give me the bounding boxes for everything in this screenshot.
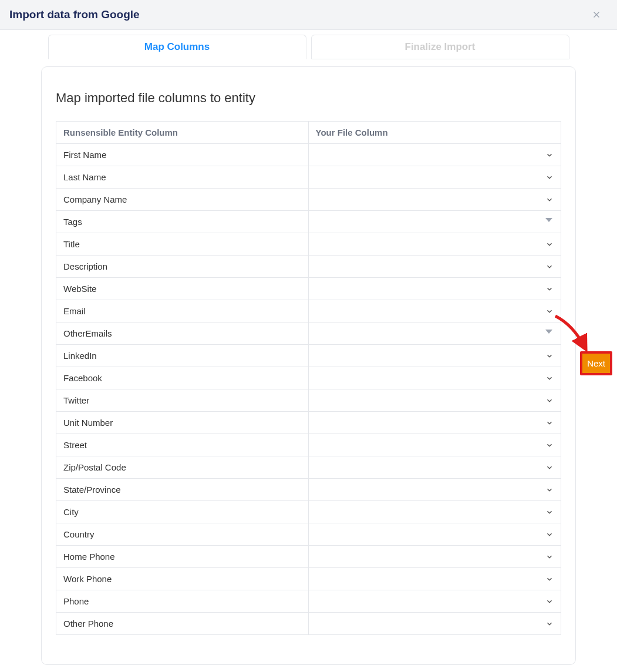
entity-column-label: Street xyxy=(56,434,309,456)
file-column-select[interactable] xyxy=(309,523,561,545)
file-column-select[interactable] xyxy=(309,546,561,567)
file-column-select[interactable] xyxy=(309,300,561,322)
file-column-select[interactable] xyxy=(309,412,561,434)
table-row: Phone xyxy=(56,590,561,612)
next-button[interactable]: Next xyxy=(580,351,612,375)
table-row: Other Phone xyxy=(56,612,561,634)
chevron-down-icon xyxy=(545,397,554,405)
entity-column-label: State/Province xyxy=(56,479,309,500)
chevron-down-icon xyxy=(545,463,554,472)
dialog-title: Import data from Google xyxy=(9,8,140,21)
file-column-select[interactable] xyxy=(309,211,561,233)
chevron-down-icon xyxy=(545,441,554,449)
chevron-down-icon xyxy=(545,419,554,427)
entity-column-label: Company Name xyxy=(56,189,309,210)
file-column-select[interactable] xyxy=(309,256,561,277)
table-row: LinkedIn xyxy=(56,344,561,367)
table-row: Home Phone xyxy=(56,545,561,567)
triangle-down-icon xyxy=(545,330,552,334)
chevron-down-icon xyxy=(545,263,554,271)
chevron-down-icon xyxy=(545,240,554,248)
header-entity-column: Runsensible Entity Column xyxy=(56,122,309,143)
chevron-down-icon xyxy=(545,307,554,315)
table-row: WebSite xyxy=(56,277,561,300)
file-column-select[interactable] xyxy=(309,590,561,612)
chevron-down-icon xyxy=(545,374,554,382)
file-column-select[interactable] xyxy=(309,613,561,634)
chevron-down-icon xyxy=(545,285,554,293)
table-row: Street xyxy=(56,434,561,456)
entity-column-label: Title xyxy=(56,233,309,255)
tabs: Map Columns Finalize Import xyxy=(0,30,617,59)
table-row: Title xyxy=(56,233,561,255)
file-column-select[interactable] xyxy=(309,278,561,300)
entity-column-label: Last Name xyxy=(56,166,309,188)
table-row: City xyxy=(56,500,561,523)
table-row: Facebook xyxy=(56,367,561,389)
close-icon[interactable] xyxy=(591,9,602,20)
file-column-select[interactable] xyxy=(309,501,561,523)
entity-column-label: City xyxy=(56,501,309,523)
header-file-column: Your File Column xyxy=(309,122,561,143)
dialog-header: Import data from Google xyxy=(0,0,617,30)
table-header-row: Runsensible Entity Column Your File Colu… xyxy=(56,122,561,143)
chevron-down-icon xyxy=(545,508,554,516)
table-row: Twitter xyxy=(56,389,561,411)
entity-column-label: Description xyxy=(56,256,309,277)
entity-column-label: Facebook xyxy=(56,367,309,389)
tab-map-columns[interactable]: Map Columns xyxy=(48,35,306,59)
entity-column-label: Work Phone xyxy=(56,568,309,590)
table-row: State/Province xyxy=(56,478,561,500)
mapping-table: Runsensible Entity Column Your File Colu… xyxy=(56,121,561,635)
table-row: Tags xyxy=(56,210,561,233)
entity-column-label: Country xyxy=(56,523,309,545)
table-row: Zip/Postal Code xyxy=(56,456,561,478)
table-row: OtherEmails xyxy=(56,322,561,344)
triangle-down-icon xyxy=(545,218,552,222)
tab-finalize-import[interactable]: Finalize Import xyxy=(311,35,569,59)
file-column-select[interactable] xyxy=(309,233,561,255)
chevron-down-icon xyxy=(545,196,554,204)
entity-column-label: Phone xyxy=(56,590,309,612)
chevron-down-icon xyxy=(545,486,554,494)
table-row: Email xyxy=(56,300,561,322)
entity-column-label: WebSite xyxy=(56,278,309,300)
entity-column-label: Twitter xyxy=(56,389,309,411)
chevron-down-icon xyxy=(545,151,554,159)
mapping-panel: Map imported file columns to entity Runs… xyxy=(41,66,576,665)
chevron-down-icon xyxy=(545,530,554,539)
table-row: Last Name xyxy=(56,166,561,188)
chevron-down-icon xyxy=(545,575,554,583)
entity-column-label: Email xyxy=(56,300,309,322)
table-row: First Name xyxy=(56,143,561,166)
file-column-select[interactable] xyxy=(309,144,561,166)
entity-column-label: Home Phone xyxy=(56,546,309,567)
file-column-select[interactable] xyxy=(309,479,561,500)
table-row: Description xyxy=(56,255,561,277)
file-column-select[interactable] xyxy=(309,189,561,210)
panel-title: Map imported file columns to entity xyxy=(56,90,561,106)
file-column-select[interactable] xyxy=(309,367,561,389)
file-column-select[interactable] xyxy=(309,345,561,367)
entity-column-label: Tags xyxy=(56,211,309,233)
file-column-select[interactable] xyxy=(309,568,561,590)
entity-column-label: LinkedIn xyxy=(56,345,309,367)
file-column-select[interactable] xyxy=(309,166,561,188)
chevron-down-icon xyxy=(545,597,554,606)
entity-column-label: Zip/Postal Code xyxy=(56,456,309,478)
entity-column-label: Unit Number xyxy=(56,412,309,434)
chevron-down-icon xyxy=(545,620,554,628)
file-column-select[interactable] xyxy=(309,389,561,411)
chevron-down-icon xyxy=(545,352,554,360)
entity-column-label: Other Phone xyxy=(56,613,309,634)
file-column-select[interactable] xyxy=(309,322,561,344)
file-column-select[interactable] xyxy=(309,456,561,478)
chevron-down-icon xyxy=(545,173,554,182)
file-column-select[interactable] xyxy=(309,434,561,456)
table-row: Work Phone xyxy=(56,567,561,590)
chevron-down-icon xyxy=(545,553,554,561)
table-row: Unit Number xyxy=(56,411,561,434)
entity-column-label: First Name xyxy=(56,144,309,166)
table-row: Country xyxy=(56,523,561,545)
table-row: Company Name xyxy=(56,188,561,210)
